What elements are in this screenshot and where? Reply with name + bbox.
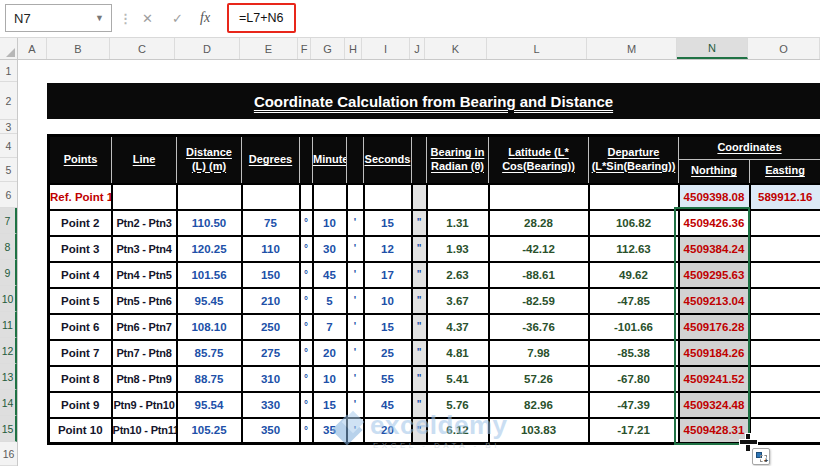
cell-points[interactable]: Point 9 xyxy=(49,392,112,418)
column-header-G[interactable]: G xyxy=(311,38,345,59)
cell-distance[interactable]: 95.54 xyxy=(177,392,242,418)
cell-second-symbol[interactable]: " xyxy=(412,314,427,340)
cell-easting[interactable] xyxy=(750,392,820,418)
cell-northing[interactable]: 4509324.48 xyxy=(679,392,750,418)
column-header-A[interactable]: A xyxy=(18,38,47,59)
enter-icon[interactable]: ✓ xyxy=(172,11,183,26)
header-departure[interactable]: Departure(L*Sin(Bearing)) xyxy=(589,136,679,184)
cell-latitude[interactable]: 103.83 xyxy=(489,418,589,444)
cell-latitude[interactable]: 28.28 xyxy=(489,210,589,236)
name-box[interactable]: N7 ▼ xyxy=(5,4,112,32)
column-header-N[interactable]: N xyxy=(677,38,748,59)
cell-empty[interactable] xyxy=(347,184,364,210)
cell-degree-symbol[interactable]: ° xyxy=(300,392,313,418)
cell-second-symbol[interactable]: " xyxy=(412,340,427,366)
column-header-C[interactable]: C xyxy=(110,38,175,59)
header-bearing[interactable]: Bearing inRadian (θ) xyxy=(427,136,489,184)
cell-northing[interactable]: 4509426.36 xyxy=(679,210,750,236)
cell-departure[interactable]: -47.39 xyxy=(589,392,679,418)
cell-ref-easting[interactable]: 589912.16 xyxy=(750,184,820,210)
cell-degree-symbol[interactable]: ° xyxy=(300,366,313,392)
cell-points[interactable]: Point 2 xyxy=(49,210,112,236)
cell-bearing[interactable]: 3.67 xyxy=(427,288,489,314)
cell-northing[interactable]: 4509384.24 xyxy=(679,236,750,262)
cell-distance[interactable]: 110.50 xyxy=(177,210,242,236)
cell-empty[interactable] xyxy=(112,184,177,210)
cell-second-symbol[interactable]: " xyxy=(412,210,427,236)
cell-latitude[interactable]: -88.61 xyxy=(489,262,589,288)
cell-minute-symbol[interactable]: ' xyxy=(347,366,364,392)
row-header-8[interactable]: 8 xyxy=(0,234,17,260)
cell-second-symbol[interactable]: " xyxy=(412,392,427,418)
column-header-D[interactable]: D xyxy=(175,38,240,59)
column-header-F[interactable]: F xyxy=(298,38,311,59)
cell-degree-symbol[interactable]: ° xyxy=(300,340,313,366)
cell-latitude[interactable]: -36.76 xyxy=(489,314,589,340)
cell-minutes[interactable]: 10 xyxy=(313,210,347,236)
cell-second-symbol[interactable]: " xyxy=(412,418,427,444)
cell-ref-northing[interactable]: 4509398.08 xyxy=(679,184,750,210)
cell-empty[interactable] xyxy=(242,184,300,210)
cell-points[interactable]: Point 4 xyxy=(49,262,112,288)
cell-degrees[interactable]: 110 xyxy=(242,236,300,262)
cell-line[interactable]: Ptn9 - Ptn10 xyxy=(112,392,177,418)
cell-empty[interactable] xyxy=(364,184,412,210)
cell-empty[interactable] xyxy=(412,184,427,210)
cell-empty[interactable] xyxy=(427,184,489,210)
cell-departure[interactable]: 112.63 xyxy=(589,236,679,262)
cell-minutes[interactable]: 5 xyxy=(313,288,347,314)
row-header-2[interactable]: 2 xyxy=(0,82,17,120)
row-header-15[interactable]: 15 xyxy=(0,416,17,442)
cell-bearing[interactable]: 6.12 xyxy=(427,418,489,444)
cell-minute-symbol[interactable]: ' xyxy=(347,340,364,366)
cell-line[interactable]: Ptn3 - Ptn4 xyxy=(112,236,177,262)
cell-distance[interactable]: 101.56 xyxy=(177,262,242,288)
cell-points[interactable]: Point 3 xyxy=(49,236,112,262)
cell-degree-symbol[interactable]: ° xyxy=(300,288,313,314)
cell-bearing[interactable]: 5.41 xyxy=(427,366,489,392)
cell-distance[interactable]: 95.45 xyxy=(177,288,242,314)
cell-second-symbol[interactable]: " xyxy=(412,262,427,288)
cell-northing[interactable]: 4509241.52 xyxy=(679,366,750,392)
row-header-13[interactable]: 13 xyxy=(0,364,17,390)
cell-latitude[interactable]: -82.59 xyxy=(489,288,589,314)
row-header-16[interactable]: 16 xyxy=(0,442,17,466)
cell-line[interactable]: Ptn8 - Ptn9 xyxy=(112,366,177,392)
cell-minutes[interactable]: 20 xyxy=(313,340,347,366)
cell-northing[interactable]: 4509213.04 xyxy=(679,288,750,314)
header-degrees[interactable]: Degrees xyxy=(242,136,300,184)
cell-second-symbol[interactable]: " xyxy=(412,366,427,392)
row-header-3[interactable]: 3 xyxy=(0,120,17,134)
cell-distance[interactable]: 88.75 xyxy=(177,366,242,392)
header-second-symbol-col[interactable] xyxy=(412,136,427,184)
autofill-options-button[interactable]: + xyxy=(752,448,770,465)
cell-northing[interactable]: 4509295.63 xyxy=(679,262,750,288)
cell-minutes[interactable]: 10 xyxy=(313,366,347,392)
header-line[interactable]: Line xyxy=(112,136,177,184)
cell-bearing[interactable]: 1.93 xyxy=(427,236,489,262)
cell-bearing[interactable]: 2.63 xyxy=(427,262,489,288)
cell-degrees[interactable]: 350 xyxy=(242,418,300,444)
cell-seconds[interactable]: 55 xyxy=(364,366,412,392)
cell-bearing[interactable]: 4.37 xyxy=(427,314,489,340)
cell-seconds[interactable]: 12 xyxy=(364,236,412,262)
cell-seconds[interactable]: 15 xyxy=(364,314,412,340)
header-easting[interactable]: Easting xyxy=(750,160,820,184)
cell-line[interactable]: Ptn10 - Ptn11 xyxy=(112,418,177,444)
cell-distance[interactable]: 85.75 xyxy=(177,340,242,366)
cell-minute-symbol[interactable]: ' xyxy=(347,236,364,262)
row-header-7[interactable]: 7 xyxy=(0,208,17,234)
row-header-6[interactable]: 6 xyxy=(0,182,17,208)
cell-seconds[interactable]: 20 xyxy=(364,418,412,444)
cell-departure[interactable]: -101.66 xyxy=(589,314,679,340)
select-all-corner[interactable] xyxy=(0,38,18,59)
cell-points[interactable]: Point 5 xyxy=(49,288,112,314)
cell-departure[interactable]: -17.21 xyxy=(589,418,679,444)
cell-ref-point[interactable]: Ref. Point 1 xyxy=(49,184,112,210)
row-header-9[interactable]: 9 xyxy=(0,260,17,286)
cell-minute-symbol[interactable]: ' xyxy=(347,288,364,314)
cell-latitude[interactable]: 82.96 xyxy=(489,392,589,418)
header-degree-symbol-col[interactable] xyxy=(300,136,313,184)
cell-empty[interactable] xyxy=(313,184,347,210)
cell-degrees[interactable]: 250 xyxy=(242,314,300,340)
